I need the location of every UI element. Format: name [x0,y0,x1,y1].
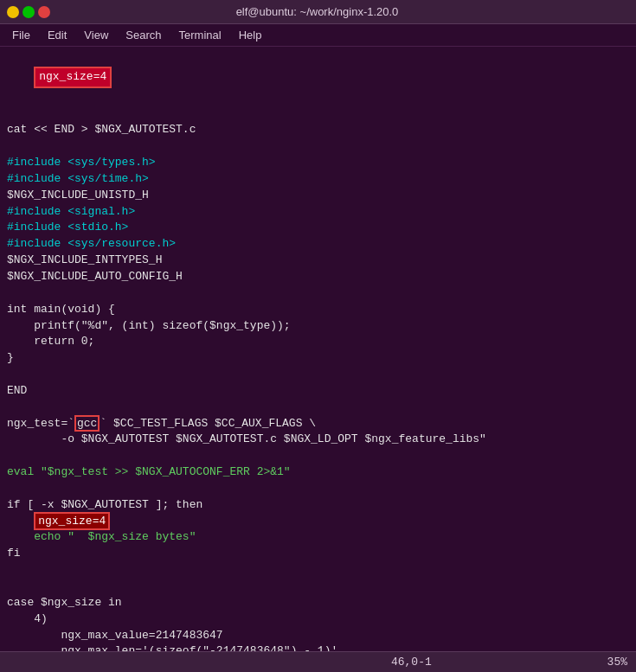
line-if: if [ -x $NGX_AUTOTEST ]; then [7,497,629,514]
minimize-button[interactable] [7,6,19,18]
maximize-button[interactable] [22,6,35,18]
line-max-len: ngx_max_len='(sizeof("-2147483648") - 1)… [7,643,629,651]
line-echo: echo " $ngx_size bytes" [7,529,629,546]
line-autoconfig: $NGX_INCLUDE_AUTO_CONFIG_H [7,269,629,285]
line-ngx-test2: -o $NGX_AUTOTEST $NGX_AUTOTEST.c $NGX_LD… [7,432,629,448]
line-include3: #include <signal.h> [7,204,629,221]
line-unistd: $NGX_INCLUDE_UNISTD_H [7,188,629,204]
line-include5: #include <sys/resource.h> [7,236,629,253]
line-blank3 [7,285,629,302]
status-bar: 46,0-1 35% [0,651,636,672]
line-blank7 [7,481,629,497]
menu-terminal[interactable]: Terminal [170,27,230,43]
line-eval: eval "$ngx_test >> $NGX_AUTOCONF_ERR 2>&… [7,464,629,481]
search-result-gcc: gcc [74,415,100,432]
close-button[interactable] [38,6,50,18]
line-blank8 [7,562,629,579]
search-result-2: ngx_size=4 [34,512,110,530]
line-printf: printf("%d", (int) sizeof($ngx_type)); [7,318,629,335]
line-blank5 [7,400,629,416]
line-end: END [7,383,629,400]
line-max-value: ngx_max_value=2147483647 [7,628,629,644]
title-bar: elf@ubuntu: ~/work/nginx-1.20.0 [0,0,636,24]
cursor-position: 46,0-1 [391,656,432,669]
line-case-4: 4) [7,611,629,628]
menu-edit[interactable]: Edit [39,27,75,43]
menu-help[interactable]: Help [230,27,271,43]
line-inttypes: $NGX_INCLUDE_INTTYPES_H [7,253,629,269]
line-blank6 [7,448,629,464]
scroll-percent: 35% [607,656,627,669]
line-ngx-test: ngx_test=`gcc` $CC_TEST_FLAGS $CC_AUX_FL… [7,416,629,432]
status-position: 46,0-1 35% [391,656,627,669]
search-result-1: ngx_size=4 [34,67,112,88]
window-title: elf@ubuntu: ~/work/nginx-1.20.0 [50,5,584,18]
line-case: case $ngx_size in [7,595,629,611]
window-controls[interactable] [7,6,50,18]
line-main: int main(void) { [7,302,629,318]
line-brace: } [7,350,629,367]
menu-view[interactable]: View [75,27,117,43]
line-fi: fi [7,546,629,562]
menu-file[interactable]: File [3,27,39,43]
line-cat: cat << END > $NGX_AUTOTEST.c [7,122,629,138]
terminal-content: ngx_size=4 cat << END > $NGX_AUTOTEST.c … [0,47,636,651]
line-include2: #include <sys/time.h> [7,171,629,188]
line-include1: #include <sys/types.h> [7,155,629,171]
line-blank4 [7,367,629,383]
menu-search[interactable]: Search [117,27,170,43]
line-return: return 0; [7,334,629,350]
line-blank1 [7,106,629,123]
line-include4: #include <stdio.h> [7,220,629,236]
line-blank9 [7,579,629,595]
line-blank2 [7,138,629,155]
line-highlight1: ngx_size=4 [7,50,629,106]
menu-bar: File Edit View Search Terminal Help [0,24,636,47]
line-ngx-size2: ngx_size=4 [7,514,629,530]
